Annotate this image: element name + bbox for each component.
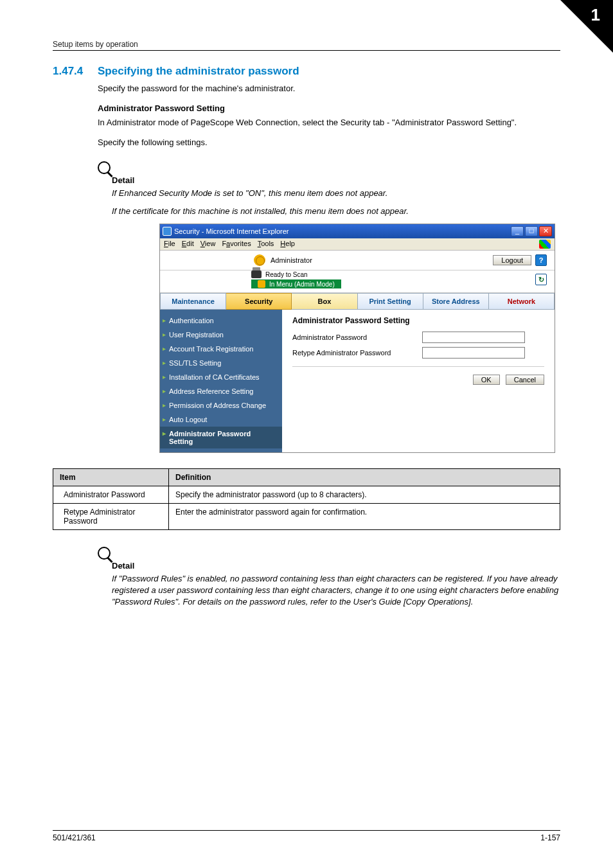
table-row: Administrator Password Specify the admin… <box>53 486 560 504</box>
th-item: Item <box>53 469 169 486</box>
cell-item: Administrator Password <box>53 486 169 504</box>
running-head: Setup items by operation 1 <box>53 26 560 51</box>
menu-file[interactable]: FFileile <box>164 240 175 249</box>
ok-button[interactable]: OK <box>473 375 500 385</box>
sidenav-authentication[interactable]: Authentication <box>160 314 282 328</box>
maximize-button[interactable]: □ <box>525 226 538 236</box>
section-number: 1.47.4 <box>53 65 98 78</box>
tab-security[interactable]: Security <box>226 293 292 310</box>
tab-network[interactable]: Network <box>489 293 555 310</box>
label-retype-password: Retype Administrator Password <box>292 349 414 357</box>
sidenav-auto-logout[interactable]: Auto Logout <box>160 412 282 427</box>
menu-view[interactable]: View <box>200 240 216 249</box>
subheading: Administrator Password Setting <box>98 103 560 113</box>
menu-edit[interactable]: Edit <box>182 240 194 249</box>
sidenav-address-reference[interactable]: Address Reference Setting <box>160 384 282 398</box>
detail-label-2: Detail <box>112 561 560 571</box>
status-ready: Ready to Scan <box>265 271 308 278</box>
sidenav-permission-address[interactable]: Permission of Address Change <box>160 398 282 412</box>
menu-help[interactable]: Help <box>280 240 295 249</box>
corner-triangle <box>560 0 613 53</box>
screenshot-window: Security - Microsoft Internet Explorer _… <box>159 224 555 453</box>
tab-store-address[interactable]: Store Address <box>423 293 489 310</box>
logout-button[interactable]: Logout <box>493 255 531 265</box>
administrator-label: Administrator <box>271 256 312 264</box>
definition-table: Item Definition Administrator Password S… <box>53 468 560 530</box>
minimize-button[interactable]: _ <box>511 226 524 236</box>
paragraph-2: Specify the following settings. <box>98 137 560 148</box>
table-row: Retype Administrator Password Enter the … <box>53 504 560 530</box>
tab-box[interactable]: Box <box>292 293 357 310</box>
running-head-left: Setup items by operation <box>53 40 138 49</box>
label-admin-password: Administrator Password <box>292 333 414 341</box>
status-mode: In Menu (Admin Mode) <box>269 281 335 288</box>
detail-note-2: If "Password Rules" is enabled, no passw… <box>112 573 560 608</box>
section-heading: 1.47.4Specifying the administrator passw… <box>53 65 560 78</box>
magnifier-icon <box>98 161 111 174</box>
side-nav: Authentication User Registration Account… <box>160 310 282 452</box>
detail-label-1: Detail <box>112 175 560 185</box>
chapter-number: 1 <box>591 5 600 25</box>
magnifier-icon <box>98 547 111 560</box>
windows-flag-icon <box>539 240 551 249</box>
footer-left: 501/421/361 <box>53 833 96 842</box>
refresh-icon[interactable]: ↻ <box>535 274 547 285</box>
sidenav-user-registration[interactable]: User Registration <box>160 328 282 342</box>
footer: 501/421/361 1-157 <box>53 830 560 842</box>
window-title: Security - Microsoft Internet Explorer <box>174 227 289 235</box>
printer-icon <box>251 270 262 278</box>
tab-row: Maintenance Security Box Print Setting S… <box>160 292 555 310</box>
detail-note-1b: If the certificate for this machine is n… <box>112 206 560 217</box>
sidenav-ca-certificates[interactable]: Installation of CA Certificates <box>160 370 282 384</box>
content-panel: Administrator Password Setting Administr… <box>282 310 555 452</box>
menubar[interactable]: FFileile Edit View Favorites Tools Help <box>160 238 555 251</box>
footer-right: 1-157 <box>540 833 560 842</box>
sidenav-account-track[interactable]: Account Track Registration <box>160 342 282 356</box>
menu-favorites[interactable]: Favorites <box>222 240 251 249</box>
section-title: Specifying the administrator password <box>98 65 299 77</box>
ie-icon <box>163 227 172 236</box>
cancel-button[interactable]: Cancel <box>506 375 544 385</box>
titlebar[interactable]: Security - Microsoft Internet Explorer _… <box>160 224 555 238</box>
sidenav-ssl-tls[interactable]: SSL/TLS Setting <box>160 356 282 370</box>
form-divider <box>292 366 544 367</box>
paragraph-1: In Administrator mode of PageScope Web C… <box>98 117 560 128</box>
cell-def: Specify the administrator password (up t… <box>169 486 560 504</box>
intro-text: Specify the password for the machine's a… <box>98 83 560 94</box>
sidenav-admin-password[interactable]: Administrator Password Setting <box>160 427 282 448</box>
tab-maintenance[interactable]: Maintenance <box>160 293 226 310</box>
cell-item: Retype Administrator Password <box>53 504 169 530</box>
input-admin-password[interactable] <box>422 332 525 343</box>
cell-def: Enter the administrator password again f… <box>169 504 560 530</box>
detail-note-1a: If Enhanced Security Mode is set to "ON"… <box>112 188 560 199</box>
help-icon[interactable]: ? <box>535 254 547 266</box>
administrator-icon <box>254 254 265 266</box>
form-heading: Administrator Password Setting <box>292 316 544 325</box>
close-button[interactable]: ✕ <box>539 226 552 236</box>
input-retype-password[interactable] <box>422 347 525 359</box>
th-definition: Definition <box>169 469 560 486</box>
menu-tools[interactable]: Tools <box>258 240 274 249</box>
status-dot-icon <box>258 280 265 288</box>
tab-print-setting[interactable]: Print Setting <box>358 293 423 310</box>
